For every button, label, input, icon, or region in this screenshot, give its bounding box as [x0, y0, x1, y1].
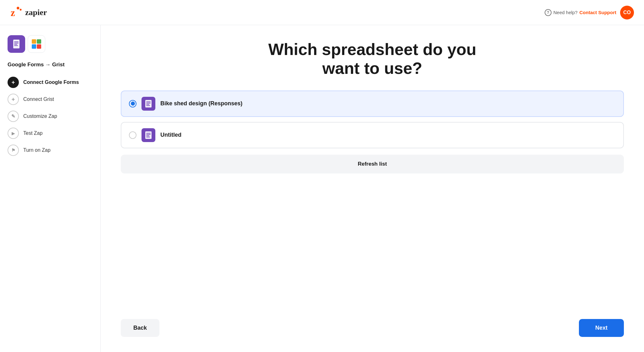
sidebar: Google Forms → Grist + Connect Google Fo…: [0, 25, 101, 352]
user-avatar[interactable]: CO: [620, 6, 634, 19]
step-circle-turn-on-zap: ⚑: [8, 145, 19, 156]
google-forms-svg: [11, 39, 22, 49]
svg-rect-5: [14, 43, 19, 43]
svg-rect-4: [14, 41, 19, 42]
sidebar-item-connect-google-forms[interactable]: + Connect Google Forms: [8, 77, 93, 88]
page-title: Which spreadsheet do you want to use?: [253, 40, 492, 78]
radio-inner-bike-shed: [131, 102, 135, 106]
logo[interactable]: z zapier: [10, 6, 47, 19]
next-button[interactable]: Next: [579, 319, 624, 337]
sidebar-item-turn-on-zap[interactable]: ⚑ Turn on Zap: [8, 145, 93, 156]
svg-point-1: [17, 7, 19, 9]
radio-bike-shed: [129, 100, 136, 107]
step-circle-connect-grist: +: [8, 94, 19, 105]
option-untitled[interactable]: Untitled: [121, 122, 624, 148]
svg-rect-21: [146, 137, 150, 137]
step-label-test-zap: Test Zap: [23, 130, 42, 136]
untitled-form-icon: [144, 131, 153, 140]
svg-rect-16: [146, 105, 150, 106]
app-header: z zapier ? Need help? Contact Support CO: [0, 0, 644, 25]
sidebar-item-test-zap[interactable]: ▶ Test Zap: [8, 128, 93, 139]
svg-rect-11: [37, 44, 41, 49]
sidebar-item-customize-zap[interactable]: ✎ Customize Zap: [8, 111, 93, 122]
step-circle-connect-google-forms: +: [8, 77, 19, 88]
workflow-title: Google Forms → Grist: [8, 62, 93, 68]
grist-app-icon: [28, 35, 45, 53]
main-layout: Google Forms → Grist + Connect Google Fo…: [0, 25, 644, 352]
zapier-logo-icon: z: [10, 6, 23, 19]
svg-rect-7: [14, 45, 18, 46]
svg-rect-9: [37, 39, 41, 44]
svg-rect-10: [32, 44, 36, 49]
sidebar-item-connect-grist[interactable]: + Connect Grist: [8, 94, 93, 105]
svg-text:z: z: [11, 7, 15, 18]
step-label-connect-google-forms: Connect Google Forms: [23, 80, 79, 85]
option-bike-shed[interactable]: Bike shed design (Responses): [121, 91, 624, 117]
svg-rect-17: [145, 131, 152, 139]
step-circle-test-zap: ▶: [8, 128, 19, 139]
contact-support-link[interactable]: Contact Support: [580, 10, 617, 15]
bike-shed-form-icon: [144, 99, 153, 108]
svg-rect-18: [146, 133, 151, 134]
step-circle-customize-zap: ✎: [8, 111, 19, 122]
untitled-label: Untitled: [160, 132, 181, 138]
back-button[interactable]: Back: [121, 319, 159, 337]
svg-rect-14: [146, 103, 151, 103]
grist-svg: [31, 38, 42, 50]
logo-text: zapier: [25, 8, 47, 17]
svg-rect-13: [146, 102, 151, 102]
help-section: ? Need help? Contact Support: [545, 9, 616, 16]
untitled-app-icon: [142, 128, 155, 142]
step-label-connect-grist: Connect Grist: [23, 96, 54, 102]
step-label-turn-on-zap: Turn on Zap: [23, 147, 51, 153]
step-label-customize-zap: Customize Zap: [23, 113, 57, 119]
help-icon: ?: [545, 9, 552, 16]
svg-rect-6: [14, 44, 17, 45]
google-forms-app-icon: [8, 35, 25, 53]
svg-rect-20: [146, 135, 149, 136]
svg-rect-15: [146, 104, 149, 105]
svg-rect-12: [145, 100, 152, 107]
header-right: ? Need help? Contact Support CO: [545, 6, 634, 19]
bike-shed-label: Bike shed design (Responses): [160, 100, 242, 107]
footer-buttons: Back Next: [121, 314, 624, 337]
svg-point-2: [20, 8, 22, 10]
steps-list: + Connect Google Forms + Connect Grist ✎…: [8, 77, 93, 156]
svg-rect-19: [146, 134, 151, 135]
bike-shed-app-icon: [142, 97, 155, 111]
workflow-icons: [8, 35, 93, 53]
help-label: Need help?: [553, 10, 578, 15]
main-content: Which spreadsheet do you want to use?: [101, 25, 644, 352]
refresh-list-button[interactable]: Refresh list: [121, 155, 624, 173]
spreadsheet-options: Bike shed design (Responses) Untitled: [121, 91, 624, 148]
radio-untitled: [129, 131, 136, 139]
svg-rect-8: [32, 39, 36, 44]
